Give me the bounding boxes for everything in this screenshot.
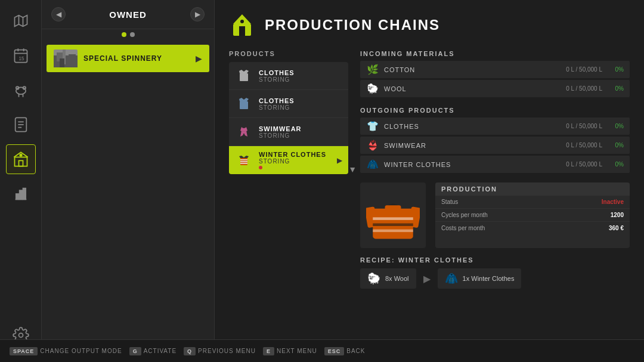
building-item-spinnery[interactable]: SPECIAL SPINNERY ▶ xyxy=(47,45,209,72)
sidebar-item-calendar[interactable]: 15 xyxy=(6,41,36,70)
hotkey-esc-label: BACK xyxy=(346,348,365,354)
production-image xyxy=(360,182,426,248)
wool-amount: 0 L / 50,000 L xyxy=(566,85,602,92)
hotkey-q[interactable]: Q xyxy=(184,347,196,355)
hotkey-space[interactable]: SPACE xyxy=(10,347,38,355)
nav-next-button[interactable]: ▶ xyxy=(190,7,205,21)
material-row-cotton: 🌿 COTTON 0 L / 50,000 L 0% xyxy=(360,61,630,78)
outgoing-clothes-name: CLOTHES xyxy=(384,123,561,130)
cotton-amount: 0 L / 50,000 L xyxy=(566,66,602,73)
hotkey-g[interactable]: G xyxy=(129,347,141,355)
wool-name: WOOL xyxy=(384,85,561,92)
prod-costs-key: Costs per month xyxy=(441,225,609,231)
svg-point-7 xyxy=(16,87,25,94)
sidebar-item-notes[interactable] xyxy=(6,110,36,140)
outgoing-clothes-amount: 0 L / 50,000 L xyxy=(566,123,602,129)
cotton-icon: 🌿 xyxy=(366,64,379,75)
incoming-materials-section: INCOMING MATERIALS 🌿 COTTON 0 L / 50,000… xyxy=(360,50,630,97)
hotkey-e-group: E NEXT MENU xyxy=(263,347,317,355)
product-name-2: CLOTHES xyxy=(259,97,342,104)
outgoing-winter-clothes-amount: 0 L / 50,000 L xyxy=(566,161,602,168)
incoming-materials-title: INCOMING MATERIALS xyxy=(360,50,630,57)
outgoing-row-winter-clothes: 🧥 WINTER CLOTHES 0 L / 50,000 L 0% xyxy=(360,156,630,173)
hotkey-e[interactable]: E xyxy=(263,347,274,355)
recipe-output-item: 🧥 1x Winter Clothes xyxy=(438,268,522,289)
product-item-clothes-1[interactable]: CLOTHES STORING xyxy=(229,62,348,90)
page-dots xyxy=(42,29,214,40)
products-list: CLOTHES STORING CLOTHE xyxy=(229,62,348,174)
outgoing-swimwear-icon: 👙 xyxy=(366,140,379,151)
outgoing-row-clothes: 👕 CLOTHES 0 L / 50,000 L 0% xyxy=(360,117,630,135)
building-name: SPECIAL SPINNERY xyxy=(83,54,190,63)
svg-rect-21 xyxy=(19,190,22,199)
outgoing-products-section: OUTGOING PRODUCTS 👕 CLOTHES 0 L / 50,000… xyxy=(360,107,630,173)
content-grid: PRODUCTS CLOTHES STORING xyxy=(229,50,630,289)
svg-rect-44 xyxy=(373,230,413,233)
hotkey-e-label: NEXT MENU xyxy=(277,348,317,354)
nav-prev-button[interactable]: ◀ xyxy=(51,7,66,21)
recipe-input-item: 🐑 8x Wool xyxy=(360,268,416,289)
product-type-2: STORING xyxy=(259,104,342,111)
cotton-pct: 0% xyxy=(612,66,624,73)
product-name-1: CLOTHES xyxy=(259,69,342,76)
svg-rect-33 xyxy=(240,73,248,81)
sidebar-item-chart[interactable] xyxy=(6,179,36,209)
production-stats: PRODUCTION Status Inactive Cycles per mo… xyxy=(435,182,630,248)
svg-rect-31 xyxy=(239,26,245,36)
outgoing-swimwear-pct: 0% xyxy=(612,142,624,148)
prod-row-costs: Costs per month 360 € xyxy=(435,222,630,234)
product-type-swimwear: STORING xyxy=(259,132,342,139)
outgoing-clothes-icon: 👕 xyxy=(366,120,379,132)
owned-panel: ◀ OWNED ▶ SPECIAL SPINNERY ▶ xyxy=(42,0,215,362)
product-info-winter: WINTER CLOTHES STORING xyxy=(259,151,331,169)
recipe-winter-clothes-icon: 🧥 xyxy=(445,272,458,285)
scroll-down-arrow: ▼ xyxy=(348,165,357,174)
clothes-icon-1 xyxy=(235,67,253,85)
recipe-output-label: 1x Winter Clothes xyxy=(463,275,515,282)
main-area: PRODUCTION CHAINS PRODUCTS xyxy=(215,0,644,362)
svg-rect-45 xyxy=(385,205,401,211)
winter-clothes-icon xyxy=(235,151,253,169)
prod-row-status: Status Inactive xyxy=(435,196,630,209)
products-wrapper: PRODUCTS CLOTHES STORING xyxy=(229,50,348,289)
dot-2 xyxy=(130,32,135,37)
outgoing-row-swimwear: 👙 SWIMWEAR 0 L / 50,000 L 0% xyxy=(360,137,630,154)
sidebar-item-animals[interactable] xyxy=(6,75,36,105)
outgoing-products-title: OUTGOING PRODUCTS xyxy=(360,107,630,114)
product-item-swimwear[interactable]: SWIMWEAR STORING xyxy=(229,118,348,146)
product-type-1: STORING xyxy=(259,76,342,83)
svg-text:15: 15 xyxy=(18,56,24,61)
status-dot-winter xyxy=(259,166,262,169)
hotkey-q-group: Q PREVIOUS MENU xyxy=(184,347,256,355)
svg-rect-20 xyxy=(16,194,18,199)
material-row-wool: 🐑 WOOL 0 L / 50,000 L 0% xyxy=(360,80,630,97)
outgoing-swimwear-amount: 0 L / 50,000 L xyxy=(566,142,602,148)
cotton-name: COTTON xyxy=(384,66,561,73)
recipe-wool-icon: 🐑 xyxy=(367,272,380,285)
svg-point-23 xyxy=(18,333,23,338)
svg-rect-42 xyxy=(373,217,413,220)
product-item-clothes-2[interactable]: CLOTHES STORING xyxy=(229,90,348,118)
product-info-swimwear: SWIMWEAR STORING xyxy=(259,125,342,139)
svg-rect-22 xyxy=(23,188,26,200)
svg-rect-34 xyxy=(240,101,248,109)
prod-status-val: Inactive xyxy=(602,199,624,205)
hotkey-space-label: CHANGE OUTPUT MODE xyxy=(40,348,122,354)
svg-rect-16 xyxy=(14,157,27,166)
production-layout: PRODUCTION Status Inactive Cycles per mo… xyxy=(360,182,630,248)
building-thumbnail xyxy=(54,49,78,67)
recipe-title: RECIPE: WINTER CLOTHES xyxy=(360,256,630,264)
svg-rect-17 xyxy=(18,160,23,166)
hotkey-esc[interactable]: ESC xyxy=(324,347,345,355)
sidebar-item-buildings[interactable] xyxy=(6,144,36,174)
product-info-2: CLOTHES STORING xyxy=(259,97,342,111)
hotkey-g-group: G ACTIVATE xyxy=(129,347,177,355)
prod-status-key: Status xyxy=(441,199,602,205)
recipe-section: RECIPE: WINTER CLOTHES 🐑 8x Wool ▶ 🧥 1x xyxy=(360,256,630,289)
recipe-input-label: 8x Wool xyxy=(385,275,409,282)
building-arrow-icon: ▶ xyxy=(196,54,202,63)
outgoing-swimwear-name: SWIMWEAR xyxy=(384,142,561,149)
product-item-winter-clothes[interactable]: WINTER CLOTHES STORING ▶ xyxy=(229,146,348,174)
svg-point-32 xyxy=(240,20,244,23)
sidebar-item-map[interactable] xyxy=(6,6,36,36)
